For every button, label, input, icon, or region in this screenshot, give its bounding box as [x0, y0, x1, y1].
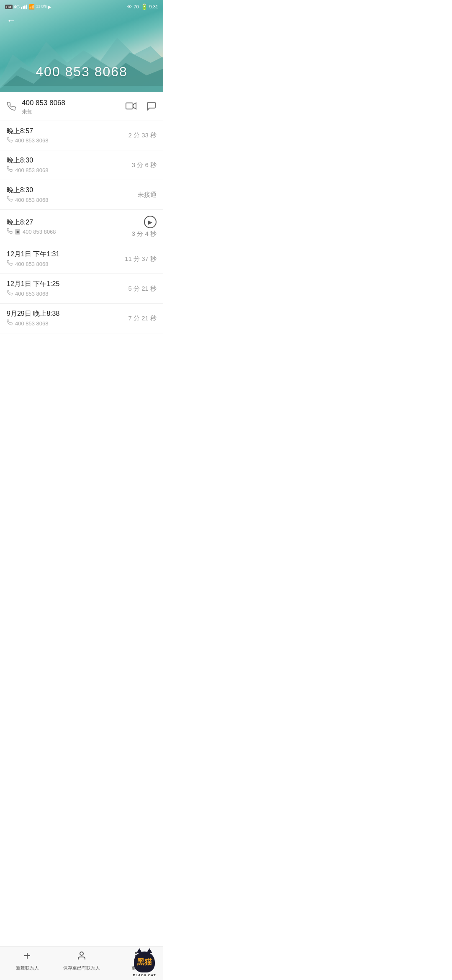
call-number-text: 400 853 8068 — [15, 320, 49, 327]
call-item-left: 晚上8:57 400 853 8068 — [7, 127, 128, 144]
recording-badge-icon: ■ — [15, 229, 20, 235]
call-item-right: 2 分 33 秒 — [128, 132, 157, 139]
call-phone-icon — [7, 260, 13, 268]
call-missed-label: 未接通 — [138, 191, 157, 199]
call-log-item[interactable]: 晚上8:27 ■ 400 853 8068 ▶ 3 分 4 秒 — [0, 210, 163, 244]
hero-section: HD 4G 📶 11 B/s ▶ 👁 70 🔋 9:31 ← 400 853 8… — [0, 0, 163, 92]
hero-phone-number: 400 853 8068 — [0, 64, 163, 80]
call-item-left: 12月1日 下午1:31 400 853 8068 — [7, 250, 125, 268]
call-time: 晚上8:27 — [7, 218, 132, 227]
contact-header: 400 853 8068 未知 — [0, 92, 163, 121]
svg-marker-2 — [133, 103, 136, 109]
call-log-item[interactable]: 9月29日 晚上8:38 400 853 8068 7 分 21 秒 — [0, 304, 163, 333]
call-log-item[interactable]: 晚上8:57 400 853 8068 2 分 33 秒 — [0, 121, 163, 150]
contact-actions — [126, 101, 157, 113]
call-item-right: 11 分 37 秒 — [125, 255, 157, 263]
call-time: 12月1日 下午1:25 — [7, 280, 128, 289]
call-duration: 3 分 6 秒 — [132, 161, 157, 169]
call-duration: 2 分 33 秒 — [128, 132, 157, 139]
call-item-left: 晚上8:30 400 853 8068 — [7, 156, 132, 174]
call-log-item[interactable]: 12月1日 下午1:25 400 853 8068 5 分 21 秒 — [0, 274, 163, 304]
call-number-text: 400 853 8068 — [15, 167, 49, 173]
call-number-row: 400 853 8068 — [7, 166, 132, 174]
call-number-text: 400 853 8068 — [15, 137, 49, 144]
call-time: 晚上8:30 — [7, 186, 138, 195]
call-number-text: 400 853 8068 — [15, 261, 49, 267]
call-number-text: 400 853 8068 — [15, 291, 49, 297]
wifi-icon: 📶 — [28, 4, 35, 10]
contact-info: 400 853 8068 未知 — [22, 99, 126, 116]
call-number-row: ■ 400 853 8068 — [7, 228, 132, 236]
play-icon: ▶ — [48, 5, 51, 9]
eye-icon: 👁 — [127, 4, 132, 9]
call-item-left: 12月1日 下午1:25 400 853 8068 — [7, 280, 128, 297]
call-number-text: 400 853 8068 — [23, 229, 56, 235]
hd-badge: HD — [5, 5, 13, 9]
call-time: 9月29日 晚上8:38 — [7, 309, 128, 318]
call-number-row: 400 853 8068 — [7, 196, 138, 204]
call-phone-icon — [7, 137, 13, 144]
call-item-right: 5 分 21 秒 — [128, 285, 157, 293]
call-item-left: 晚上8:27 ■ 400 853 8068 — [7, 218, 132, 236]
call-time: 12月1日 下午1:31 — [7, 250, 125, 259]
call-item-right: 3 分 6 秒 — [132, 161, 157, 169]
signal-bars — [21, 5, 27, 9]
call-phone-icon — [7, 290, 13, 297]
call-item-left: 晚上8:30 400 853 8068 — [7, 186, 138, 204]
call-log-item[interactable]: 12月1日 下午1:31 400 853 8068 11 分 37 秒 — [0, 244, 163, 274]
status-left: HD 4G 📶 11 B/s ▶ — [5, 4, 51, 10]
call-phone-icon — [7, 196, 13, 204]
call-time: 晚上8:57 — [7, 127, 128, 136]
call-phone-icon — [7, 320, 13, 327]
call-duration: 5 分 21 秒 — [128, 285, 157, 293]
contact-number: 400 853 8068 — [22, 99, 126, 107]
battery-icon: 🔋 — [141, 3, 148, 10]
status-right: 👁 70 🔋 9:31 — [127, 3, 158, 10]
call-number-text: 400 853 8068 — [15, 197, 49, 203]
video-call-button[interactable] — [126, 101, 136, 113]
call-number-row: 400 853 8068 — [7, 260, 125, 268]
call-log-list: 晚上8:57 400 853 8068 2 分 33 秒 晚上8:30 — [0, 121, 163, 333]
call-log-item[interactable]: 晚上8:30 400 853 8068 未接通 — [0, 180, 163, 210]
battery-level: 70 — [134, 4, 139, 9]
speed-indicator: 11 B/s — [36, 5, 47, 9]
contact-label: 未知 — [22, 108, 126, 116]
play-recording-button[interactable]: ▶ — [144, 216, 157, 228]
hero-mountains — [0, 29, 163, 92]
svg-rect-0 — [0, 86, 163, 92]
back-button[interactable]: ← — [7, 15, 16, 26]
call-number-row: 400 853 8068 — [7, 320, 128, 327]
call-number-row: 400 853 8068 — [7, 290, 128, 297]
call-duration: 7 分 21 秒 — [128, 315, 157, 322]
call-number-row: 400 853 8068 — [7, 137, 128, 144]
message-button[interactable] — [146, 101, 157, 113]
call-time: 晚上8:30 — [7, 156, 132, 165]
call-phone-icon — [7, 166, 13, 174]
call-item-right: 未接通 — [138, 191, 157, 199]
phone-icon — [7, 102, 16, 113]
status-bar: HD 4G 📶 11 B/s ▶ 👁 70 🔋 9:31 — [0, 0, 163, 13]
clock-time: 9:31 — [149, 4, 158, 9]
call-item-right: ▶ 3 分 4 秒 — [132, 216, 157, 238]
svg-rect-1 — [126, 103, 133, 109]
call-item-right: 7 分 21 秒 — [128, 315, 157, 322]
call-duration: 11 分 37 秒 — [125, 255, 157, 263]
network-type: 4G — [14, 4, 20, 9]
call-phone-icon — [7, 228, 13, 236]
call-item-left: 9月29日 晚上8:38 400 853 8068 — [7, 309, 128, 327]
call-log-item[interactable]: 晚上8:30 400 853 8068 3 分 6 秒 — [0, 150, 163, 180]
call-duration: 3 分 4 秒 — [132, 230, 157, 238]
